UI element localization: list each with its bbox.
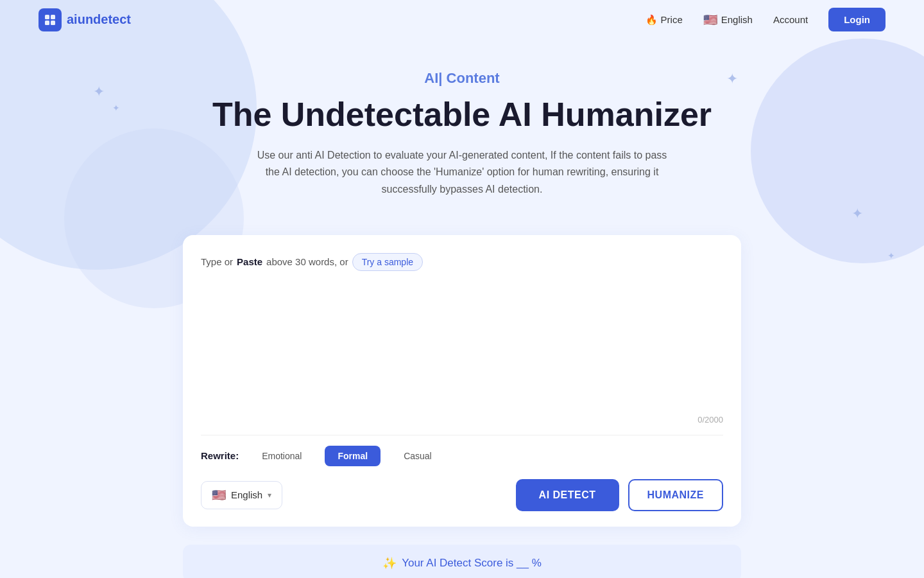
chevron-down-icon: ▾ [268, 491, 271, 500]
language-label-nav: English [721, 14, 753, 25]
rewrite-label: Rewrite: [201, 450, 239, 461]
language-label-card: English [231, 489, 262, 500]
hint-words: above 30 words, or [266, 256, 348, 267]
hero-description: Use our anti AI Detection to evaluate yo… [250, 147, 674, 198]
account-link[interactable]: Account [773, 14, 808, 25]
divider [201, 435, 723, 435]
hint-type: Type or [201, 256, 233, 267]
hero-subtitle: AI| Content [13, 70, 911, 87]
paste-button[interactable]: Paste [237, 256, 262, 267]
flag-icon-card: 🇺🇸 [212, 488, 226, 502]
textarea-header: Type or Paste above 30 words, or Try a s… [201, 253, 723, 271]
rewrite-row: Rewrite: Emotional Formal Casual [201, 446, 723, 466]
rewrite-casual[interactable]: Casual [391, 446, 445, 466]
svg-rect-0 [45, 15, 49, 19]
content-textarea[interactable] [201, 279, 723, 407]
svg-rect-3 [51, 21, 55, 25]
navbar: aiundetect 🔥 Price 🇺🇸 English Account Lo… [0, 0, 924, 39]
rewrite-formal[interactable]: Formal [325, 446, 381, 466]
login-button[interactable]: Login [828, 8, 886, 31]
try-sample-button[interactable]: Try a sample [352, 253, 423, 271]
ai-detect-button[interactable]: AI DETECT [516, 479, 619, 511]
logo-icon [38, 8, 62, 31]
flag-icon-nav: 🇺🇸 [703, 13, 717, 27]
svg-rect-2 [45, 21, 49, 25]
sparkle-icon-4: ✦ [887, 250, 895, 261]
rewrite-emotional[interactable]: Emotional [249, 446, 314, 466]
language-selector-card[interactable]: 🇺🇸 English ▾ [201, 481, 282, 509]
score-bar: ✨ Your AI Detect Score is __ % [183, 545, 741, 578]
svg-rect-1 [51, 15, 55, 19]
language-selector-nav[interactable]: 🇺🇸 English [703, 13, 753, 27]
bottom-row: 🇺🇸 English ▾ AI DETECT HUMANIZE [201, 479, 723, 511]
logo[interactable]: aiundetect [38, 8, 131, 31]
action-buttons: AI DETECT HUMANIZE [516, 479, 723, 511]
hero-section: AI| Content The Undetectable AI Humanize… [0, 39, 924, 217]
score-bar-icon: ✨ [382, 556, 397, 570]
char-count: 0/2000 [201, 415, 723, 425]
humanize-button[interactable]: HUMANIZE [628, 479, 723, 511]
nav-links: 🔥 Price 🇺🇸 English Account Login [646, 8, 886, 31]
main-card: Type or Paste above 30 words, or Try a s… [183, 235, 741, 527]
hero-title: The Undetectable AI Humanizer [13, 96, 911, 134]
score-bar-text: Your AI Detect Score is __ % [402, 557, 542, 570]
price-link[interactable]: 🔥 Price [646, 14, 682, 26]
logo-text: aiundetect [67, 12, 131, 27]
